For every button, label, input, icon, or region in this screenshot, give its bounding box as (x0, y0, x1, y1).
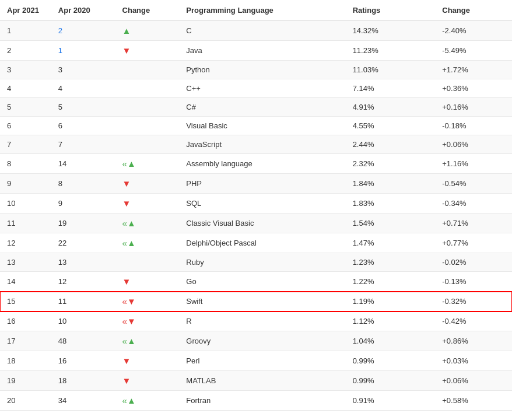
rank-cell: 12 (0, 233, 51, 253)
prev-rank: 34 (58, 396, 66, 405)
table-row: 5 5 C# 4.91% +0.16% (0, 98, 512, 117)
change-icon-cell: «▲ (115, 233, 180, 253)
rank-value: 6 (7, 121, 11, 130)
change-icon-cell: ▼ (115, 272, 180, 292)
table-row: 17 48 «▲ Groovy 1.04% +0.86% (0, 331, 512, 351)
rating-cell: 1.19% (346, 292, 436, 312)
rank-value: 19 (7, 376, 15, 385)
prev-rank: 18 (58, 376, 66, 385)
prev-rank-cell: 13 (51, 253, 115, 272)
rank-cell: 1 (0, 21, 51, 41)
rating-cell: 4.55% (346, 117, 436, 135)
rating-change-cell: +1.16% (435, 154, 512, 174)
rating-change-cell: -0.18% (435, 117, 512, 135)
rating-value: 0.91% (353, 396, 374, 405)
language-name: Python (186, 65, 209, 74)
rank-cell: 3 (0, 61, 51, 79)
rating-change-value: +1.16% (442, 159, 468, 168)
language-cell: Visual Basic (179, 117, 345, 135)
table-row: 8 14 «▲ Assembly language 2.32% +1.16% (0, 154, 512, 174)
rating-change-value: +0.71% (442, 219, 468, 228)
table-header-row: Apr 2021 Apr 2020 Change Programming Lan… (0, 0, 512, 21)
rating-change-cell: +0.03% (435, 351, 512, 371)
rank-value: 20 (7, 396, 15, 405)
table-row: 3 3 Python 11.03% +1.72% (0, 61, 512, 79)
rating-change-value: +0.03% (442, 356, 468, 365)
arrow-down-icon: ▼ (122, 46, 131, 55)
prev-rank: 48 (58, 337, 66, 345)
prev-rank-link[interactable]: 1 (58, 46, 62, 55)
double-arrow-up-icon: «▲ (122, 218, 136, 228)
change-icon-cell (115, 61, 180, 79)
prev-rank-cell: 10 (51, 312, 115, 331)
rating-change-value: -0.54% (442, 179, 466, 188)
change-icon-cell: «▲ (115, 214, 180, 233)
language-cell: C++ (179, 79, 345, 98)
header-apr2021: Apr 2021 (0, 0, 51, 21)
rating-cell: 1.23% (346, 253, 436, 272)
rank-value: 18 (7, 356, 15, 365)
header-rchange: Change (435, 0, 512, 21)
language-cell: Groovy (179, 331, 345, 351)
prev-rank-cell: 2 (51, 21, 115, 41)
language-name: Visual Basic (186, 121, 227, 130)
arrow-down-icon: ▼ (122, 356, 131, 366)
prev-rank: 6 (58, 121, 62, 130)
table-row: 4 4 C++ 7.14% +0.36% (0, 79, 512, 98)
rating-value: 0.99% (353, 376, 374, 385)
rating-change-value: -5.49% (442, 46, 466, 55)
rating-change-value: +0.06% (442, 140, 468, 149)
rating-change-cell: -0.32% (435, 292, 512, 312)
rating-value: 0.99% (353, 356, 374, 365)
rating-value: 1.84% (353, 179, 374, 188)
language-cell: PHP (179, 174, 345, 194)
programming-language-table: Apr 2021 Apr 2020 Change Programming Lan… (0, 0, 512, 411)
rank-value: 7 (7, 140, 11, 149)
language-name: Assembly language (186, 159, 252, 168)
rating-cell: 1.04% (346, 331, 436, 351)
change-icon-cell: ▼ (115, 351, 180, 371)
prev-rank-cell: 48 (51, 331, 115, 351)
rating-change-cell: -0.54% (435, 174, 512, 194)
prev-rank-link[interactable]: 2 (58, 26, 62, 35)
rank-cell: 10 (0, 194, 51, 214)
rating-change-cell: +0.06% (435, 371, 512, 391)
rank-cell: 16 (0, 312, 51, 331)
prev-rank: 10 (58, 317, 66, 326)
prev-rank-cell: 7 (51, 135, 115, 154)
table-row: 10 9 ▼ SQL 1.83% -0.34% (0, 194, 512, 214)
rating-change-cell: +0.77% (435, 233, 512, 253)
language-cell: Swift (179, 292, 345, 312)
rating-cell: 1.12% (346, 312, 436, 331)
language-name: Delphi/Object Pascal (186, 239, 257, 247)
rank-cell: 14 (0, 272, 51, 292)
rank-cell: 4 (0, 79, 51, 98)
rating-value: 1.83% (353, 199, 374, 208)
prev-rank-cell: 18 (51, 371, 115, 391)
double-arrow-up-icon: «▲ (122, 336, 136, 346)
rank-cell: 17 (0, 331, 51, 351)
rating-change-value: +0.16% (442, 103, 468, 111)
table-row: 6 6 Visual Basic 4.55% -0.18% (0, 117, 512, 135)
change-icon-cell: «▲ (115, 154, 180, 174)
rating-change-value: -0.42% (442, 317, 466, 326)
rank-cell: 20 (0, 391, 51, 411)
rank-value: 4 (7, 84, 11, 93)
change-icon-cell (115, 79, 180, 98)
language-name: PHP (186, 179, 202, 188)
language-name: R (186, 317, 191, 326)
change-icon-cell: «▼ (115, 312, 180, 331)
rating-change-cell: -2.40% (435, 21, 512, 41)
rating-cell: 0.91% (346, 391, 436, 411)
rating-value: 4.91% (353, 103, 374, 111)
rank-value: 17 (7, 337, 15, 345)
language-name: Swift (186, 297, 202, 306)
change-icon-cell (115, 253, 180, 272)
prev-rank-cell: 22 (51, 233, 115, 253)
rank-value: 11 (7, 219, 15, 228)
rank-cell: 18 (0, 351, 51, 371)
rank-cell: 13 (0, 253, 51, 272)
rating-change-value: -2.40% (442, 26, 466, 35)
prev-rank: 9 (58, 199, 62, 208)
prev-rank: 5 (58, 103, 62, 111)
